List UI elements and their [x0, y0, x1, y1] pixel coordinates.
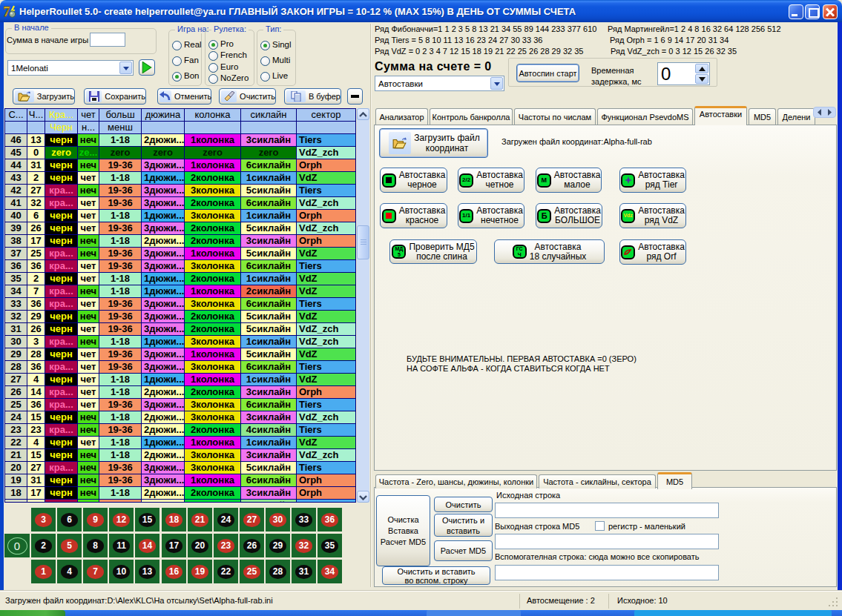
- svg-text:7: 7: [4, 4, 10, 19]
